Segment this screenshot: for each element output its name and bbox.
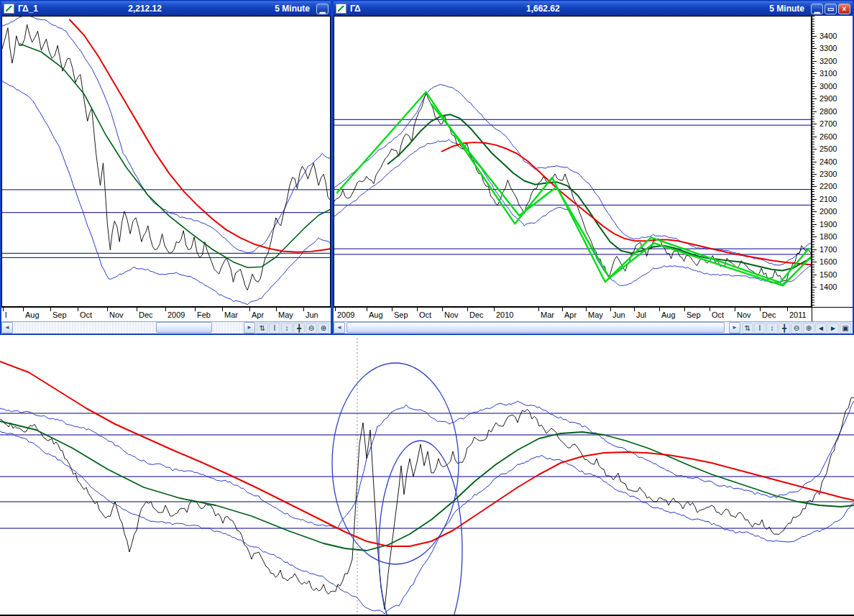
zoom-in-icon[interactable]: ⊕ bbox=[803, 323, 814, 334]
y-axis-minor-tick bbox=[812, 134, 814, 134]
scroll-left-button[interactable]: ◄ bbox=[334, 322, 345, 334]
y-axis-minor-tick bbox=[812, 38, 814, 39]
y-axis-minor-tick bbox=[812, 234, 814, 235]
y-axis-minor-tick bbox=[812, 194, 814, 195]
y-axis-label: 2200 bbox=[819, 182, 837, 190]
y-axis-tick bbox=[812, 275, 817, 275]
y-axis-minor-tick bbox=[812, 280, 814, 280]
zoom-in-icon[interactable]: ⊕ bbox=[318, 323, 329, 334]
y-axis-minor-tick bbox=[812, 184, 814, 185]
y-axis-tick bbox=[812, 86, 817, 87]
titlebar-gd1[interactable]: ΓΔ_1 2,212.12 5 Minute ▁ bbox=[1, 1, 331, 16]
y-axis-tick bbox=[812, 124, 817, 124]
titlebar-gd[interactable]: ΓΔ 1,662.62 5 Minute ▁▭× bbox=[334, 1, 853, 16]
y-axis-minor-tick bbox=[812, 147, 814, 147]
y-axis-tick bbox=[812, 236, 817, 237]
y-axis-label: 3100 bbox=[819, 69, 837, 78]
pan-icon[interactable]: ╋ bbox=[779, 323, 790, 334]
y-axis-minor-tick bbox=[812, 226, 814, 227]
x-axis-label: Jun bbox=[306, 311, 318, 319]
pan-icon[interactable]: ╋ bbox=[293, 323, 305, 334]
scroll-track[interactable] bbox=[345, 322, 729, 334]
price-axis[interactable]: 3400330032003100300029002800270026002500… bbox=[812, 16, 853, 307]
x-axis-tick bbox=[467, 308, 468, 311]
y-axis-minor-tick bbox=[812, 78, 814, 79]
y-axis-label: 2400 bbox=[819, 157, 837, 166]
y-axis-minor-tick bbox=[812, 33, 814, 34]
x-axis-label: 2011 bbox=[789, 311, 807, 319]
x-axis-tick bbox=[684, 308, 685, 311]
x-axis-tick bbox=[276, 308, 277, 311]
y-axis-minor-tick bbox=[812, 305, 814, 305]
y-axis-minor-tick bbox=[812, 31, 814, 32]
x-axis-tick bbox=[367, 308, 367, 311]
y-axis-label: 2600 bbox=[819, 132, 837, 141]
x-axis-label: May bbox=[278, 311, 293, 319]
y-axis-label: 2300 bbox=[819, 170, 837, 178]
y-axis-label: 1400 bbox=[819, 282, 837, 291]
window-buttons: ▁▭× bbox=[811, 4, 850, 14]
minimize-button[interactable]: ▁ bbox=[811, 4, 823, 14]
y-axis-minor-tick bbox=[812, 93, 814, 94]
x-axis-label: Nov bbox=[444, 311, 459, 319]
layout-icon[interactable]: ▣ bbox=[840, 323, 851, 334]
scroll-right-button[interactable]: ► bbox=[729, 322, 740, 334]
y-axis-minor-tick bbox=[812, 169, 814, 170]
trading-workspace: ΓΔ_1 2,212.12 5 Minute ▁ lAugSepOctNovDe… bbox=[0, 0, 854, 616]
y-axis-tick bbox=[812, 61, 817, 62]
x-axis-tick bbox=[442, 308, 443, 311]
y-axis-tick bbox=[812, 111, 817, 112]
x-axis-tick bbox=[659, 308, 660, 311]
y-axis-minor-tick bbox=[812, 114, 814, 114]
page-right-icon[interactable]: ► bbox=[827, 323, 839, 334]
axis-corner bbox=[812, 307, 853, 321]
page-left-icon[interactable]: ◄ bbox=[815, 323, 827, 334]
ibeam-cursor-icon[interactable]: I bbox=[269, 323, 280, 334]
y-axis-minor-tick bbox=[812, 101, 814, 102]
y-axis-minor-tick bbox=[812, 191, 814, 192]
y-axis-minor-tick bbox=[812, 270, 814, 270]
scroll-right-button[interactable]: ► bbox=[244, 322, 255, 334]
y-axis-minor-tick bbox=[812, 219, 814, 220]
y-axis-minor-tick bbox=[812, 290, 814, 290]
restore-button[interactable]: ▭ bbox=[825, 4, 837, 14]
y-axis-minor-tick bbox=[812, 297, 814, 298]
y-axis-minor-tick bbox=[812, 167, 814, 167]
y-axis-tick bbox=[812, 137, 817, 137]
x-axis-tick bbox=[222, 308, 223, 311]
fit-chart-icon[interactable]: ⇅ bbox=[742, 323, 753, 334]
close-button[interactable]: × bbox=[838, 4, 850, 14]
price-chart-lower-canvas[interactable] bbox=[0, 338, 854, 616]
vertical-scale-icon[interactable]: ↕ bbox=[766, 323, 778, 334]
zoom-out-icon[interactable]: ⊖ bbox=[791, 323, 802, 334]
y-axis-minor-tick bbox=[812, 164, 814, 165]
y-axis-tick bbox=[812, 249, 817, 250]
y-axis-minor-tick bbox=[812, 172, 814, 173]
x-axis-tick bbox=[787, 308, 788, 311]
y-axis-minor-tick bbox=[812, 292, 814, 293]
minimize-button[interactable]: ▁ bbox=[316, 4, 329, 14]
scroll-track[interactable] bbox=[13, 322, 244, 334]
x-axis-tick bbox=[137, 308, 137, 311]
y-axis-minor-tick bbox=[812, 83, 814, 84]
y-axis-tick bbox=[812, 174, 817, 175]
y-axis-tick bbox=[812, 162, 817, 162]
price-chart-gd1-canvas[interactable] bbox=[1, 16, 331, 307]
y-axis-label: 2500 bbox=[819, 144, 837, 153]
y-axis-minor-tick bbox=[812, 214, 814, 215]
scroll-left-button[interactable]: ◄ bbox=[1, 322, 13, 334]
fit-chart-icon[interactable]: ⇅ bbox=[257, 323, 268, 334]
vertical-scale-icon[interactable]: ↕ bbox=[281, 323, 293, 334]
zoom-out-icon[interactable]: ⊖ bbox=[306, 323, 317, 334]
scroll-thumb[interactable] bbox=[156, 322, 212, 333]
ibeam-cursor-icon[interactable]: I bbox=[754, 323, 766, 334]
y-axis-tick bbox=[812, 211, 817, 212]
chart-window-gd: ΓΔ 1,662.62 5 Minute ▁▭× 340033003200310… bbox=[332, 0, 854, 335]
price-chart-gd-canvas[interactable] bbox=[334, 16, 812, 307]
y-axis-minor-tick bbox=[812, 76, 814, 77]
y-axis-minor-tick bbox=[812, 242, 814, 242]
y-axis-minor-tick bbox=[812, 206, 814, 207]
time-axis-gd: 2009AugSepOctNovDec2010MarAprMayJunJulAu… bbox=[334, 307, 812, 321]
scroll-thumb[interactable] bbox=[346, 322, 725, 333]
y-axis-label: 3200 bbox=[819, 57, 837, 65]
